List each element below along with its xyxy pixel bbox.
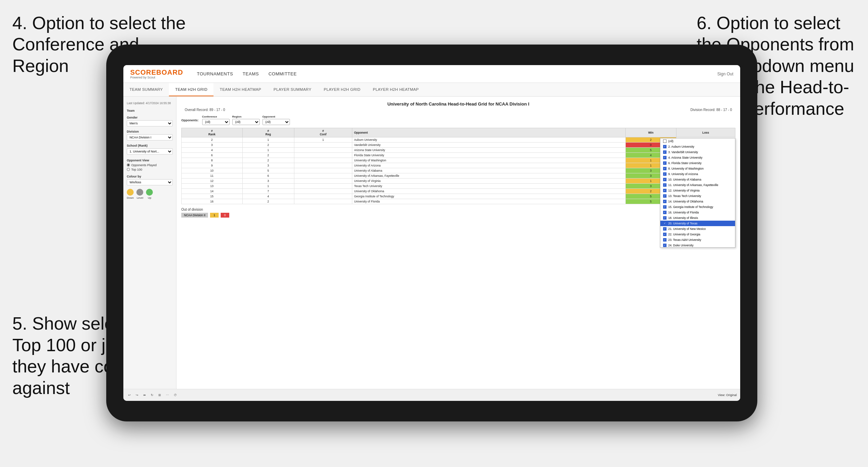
grid-container: #Rank #Reg #Conf Opponent Win Loss 2 1 1…: [181, 128, 735, 218]
dropdown-checkbox: ✓: [663, 216, 667, 220]
grid-records: Overall Record: 89 - 17 - 0 Division Rec…: [181, 108, 735, 112]
dropdown-item-label: 18. University of Illinois: [668, 216, 698, 220]
dropdown-item[interactable]: ✓9. University of Arizona: [660, 171, 735, 177]
dropdown-item[interactable]: ✓14. University of Oklahoma: [660, 199, 735, 204]
dropdown-item[interactable]: ✓22. University of Georgia: [660, 232, 735, 237]
col-opponent: Opponent: [352, 128, 625, 137]
nav-teams[interactable]: TEAMS: [243, 71, 259, 76]
table-row: 9 3 University of Arizona 1 0: [182, 163, 735, 168]
cell-reg: 1: [242, 137, 294, 143]
table-row: 8 2 University of Washington 1 0: [182, 158, 735, 163]
back-button[interactable]: ⬅: [142, 393, 147, 397]
table-row: 10 5 University of Alabama 3 0: [182, 168, 735, 173]
opponent-dropdown[interactable]: (All)✓2. Auburn University✓3. Vanderbilt…: [660, 138, 735, 248]
dropdown-checkbox: ✓: [663, 178, 667, 181]
dropdown-item[interactable]: ✓24. Duke University: [660, 243, 735, 248]
tab-player-summary[interactable]: PLAYER SUMMARY: [267, 83, 318, 96]
cell-reg: 1: [242, 148, 294, 153]
dropdown-item[interactable]: ✓2. Auburn University: [660, 144, 735, 149]
dropdown-checkbox: ✓: [663, 200, 667, 203]
cell-conf: [294, 179, 352, 184]
colour-section: Colour by Win/loss: [127, 175, 173, 185]
table-row: 3 2 Vanderbilt University 0 4: [182, 143, 735, 148]
nav-committee[interactable]: COMMITTEE: [268, 71, 297, 76]
region-select[interactable]: (All): [232, 119, 260, 125]
main-content: Last Updated: 4/17/2024 16:55:38 Team Ge…: [123, 97, 740, 389]
dropdown-item-label: 12. University of Virginia: [668, 189, 700, 192]
opponent-select[interactable]: (All): [262, 119, 290, 125]
dropdown-item[interactable]: ✓18. University of Illinois: [660, 215, 735, 221]
dropdown-item[interactable]: ✓6. Florida State University: [660, 160, 735, 166]
dropdown-item-label: 3. Vanderbilt University: [668, 150, 698, 154]
cell-conf: [294, 148, 352, 153]
undo-button[interactable]: ↩: [127, 393, 132, 397]
dropdown-item[interactable]: (All): [660, 138, 735, 144]
table-header-row: #Rank #Reg #Conf Opponent Win Loss: [182, 128, 735, 137]
tab-team-h2h-heatmap[interactable]: TEAM H2H HEATMAP: [213, 83, 267, 96]
cell-conf: [294, 189, 352, 194]
division-section: Division NCAA Division I: [127, 130, 173, 140]
cell-opponent: Georgia Institute of Technology: [352, 194, 625, 199]
cell-conf: [294, 199, 352, 204]
down-color-dot: [127, 189, 134, 196]
tab-player-h2h-grid[interactable]: PLAYER H2H GRID: [318, 83, 367, 96]
dropdown-item[interactable]: ✓10. University of Alabama: [660, 177, 735, 182]
cell-opponent: University of Oklahoma: [352, 189, 625, 194]
cell-reg: 1: [242, 184, 294, 189]
dropdown-item[interactable]: ✓4. Arizona State University: [660, 155, 735, 160]
more-button[interactable]: ⋯: [164, 393, 170, 397]
colour-select[interactable]: Win/loss: [127, 179, 173, 185]
conference-select[interactable]: (All): [202, 119, 230, 125]
school-select[interactable]: 1. University of Nort...: [127, 148, 173, 155]
dropdown-item-label: 23. Texas A&M University: [668, 238, 701, 242]
redo-button[interactable]: ↪: [134, 393, 140, 397]
dropdown-item-label: 22. University of Georgia: [668, 233, 700, 236]
dropdown-item[interactable]: ✓21. University of New Mexico: [660, 226, 735, 232]
dropdown-item-label: 2. Auburn University: [668, 145, 694, 148]
dropdown-item[interactable]: ✓3. Vanderbilt University: [660, 149, 735, 155]
dropdown-item-label: 21. University of New Mexico: [668, 227, 706, 231]
dropdown-checkbox: ✓: [663, 222, 667, 225]
cell-reg: 7: [242, 189, 294, 194]
division-label: Division: [127, 130, 173, 133]
cell-reg: 3: [242, 179, 294, 184]
clock-button[interactable]: ⏱: [172, 393, 178, 397]
dropdown-item[interactable]: ✓20. University of Texas: [660, 221, 735, 226]
grid-title: University of North Carolina Head-to-Hea…: [181, 101, 735, 107]
dropdown-item-label: 6. Florida State University: [668, 161, 701, 165]
dropdown-item-label: 4. Arizona State University: [668, 156, 702, 159]
nav-tournaments[interactable]: TOURNAMENTS: [197, 71, 233, 76]
tab-player-h2h-heatmap[interactable]: PLAYER H2H HEATMAP: [367, 83, 425, 96]
tab-team-h2h-grid[interactable]: TEAM H2H GRID: [169, 83, 213, 96]
dropdown-checkbox: ✓: [663, 194, 667, 198]
cell-opponent: University of Florida: [352, 199, 625, 204]
dropdown-checkbox: ✓: [663, 150, 667, 154]
cell-conf: [294, 194, 352, 199]
tab-team-summary[interactable]: TEAM SUMMARY: [123, 83, 169, 96]
refresh-button[interactable]: ↻: [149, 393, 155, 397]
dropdown-item[interactable]: ✓12. University of Virginia: [660, 188, 735, 193]
dropdown-checkbox: ✓: [663, 211, 667, 214]
tablet-screen: SCOREBOARD Powered by Scout TOURNAMENTS …: [123, 65, 740, 401]
cell-opponent: Florida State University: [352, 153, 625, 158]
cell-reg: 2: [242, 153, 294, 158]
cell-conf: 1: [294, 137, 352, 143]
cell-rank: 4: [182, 148, 243, 153]
radio-top100[interactable]: Top 100: [127, 168, 173, 171]
cell-opponent: Arizona State University: [352, 148, 625, 153]
division-row: NCAA Division II 1 0: [181, 213, 735, 218]
cell-opponent: University of Alabama: [352, 168, 625, 173]
dropdown-item[interactable]: ✓23. Texas A&M University: [660, 237, 735, 243]
division-select[interactable]: NCAA Division I: [127, 134, 173, 140]
dropdown-item[interactable]: ✓8. University of Washington: [660, 166, 735, 171]
dropdown-item[interactable]: ✓11. University of Arkansas, Fayettevill…: [660, 182, 735, 188]
zoom-button[interactable]: ⊞: [157, 393, 162, 397]
gender-select[interactable]: Men's: [127, 120, 173, 126]
dropdown-item[interactable]: ✓15. Georgia Institute of Technology: [660, 204, 735, 210]
radio-opponents-played[interactable]: Opponents Played: [127, 163, 173, 167]
dropdown-item[interactable]: ✓16. University of Florida: [660, 210, 735, 215]
table-row: 11 6 University of Arkansas, Fayettevill…: [182, 173, 735, 179]
signout-link[interactable]: Sign Out: [717, 72, 733, 76]
table-row: 2 1 1 Auburn University 2 1: [182, 137, 735, 143]
dropdown-item[interactable]: ✓13. Texas Tech University: [660, 193, 735, 199]
